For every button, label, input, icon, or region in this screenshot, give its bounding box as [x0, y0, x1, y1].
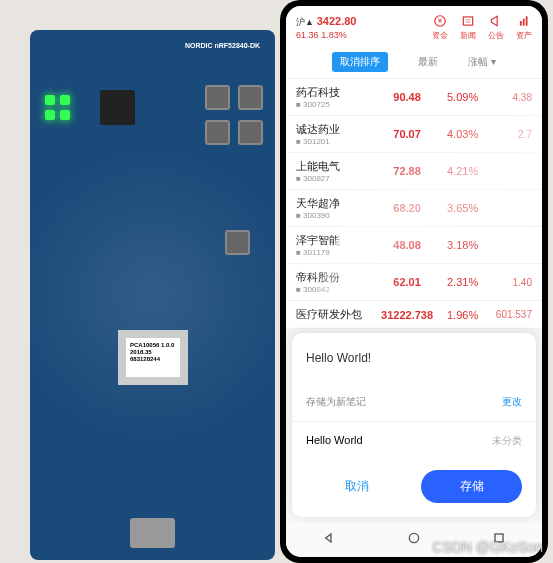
stock-row[interactable]: 泽宇智能■ 30117948.083.18% [286, 227, 542, 264]
board-button-1[interactable] [205, 85, 230, 110]
save-note-popup: Hello World! 存储为新笔记 更改 Hello World 未分类 取… [292, 333, 536, 517]
board-button-2[interactable] [238, 85, 263, 110]
announce-icon[interactable]: 公告 [488, 14, 504, 41]
cancel-button[interactable]: 取消 [306, 470, 407, 503]
note-category[interactable]: 未分类 [492, 434, 522, 448]
nav-back-icon[interactable] [321, 530, 337, 550]
note-name[interactable]: Hello World [306, 434, 363, 448]
phone-screen: 沪▲ 3422.80 61.36 1.83% ¥资金 新闻 公告 资产 取消排序… [286, 6, 542, 557]
funds-icon[interactable]: ¥资金 [432, 14, 448, 41]
save-as-label: 存储为新笔记 [306, 395, 366, 409]
led-2 [60, 95, 70, 105]
stock-row[interactable]: 上能电气■ 30082772.884.21% [286, 153, 542, 190]
tab-change[interactable]: 涨幅 ▾ [468, 52, 496, 72]
news-icon[interactable]: 新闻 [460, 14, 476, 41]
cancel-sort-button[interactable]: 取消排序 [332, 52, 388, 72]
assets-icon[interactable]: 资产 [516, 14, 532, 41]
svg-point-8 [409, 533, 418, 542]
led-3 [45, 110, 55, 120]
stock-row[interactable]: 天华超净■ 30039068.203.65% [286, 190, 542, 227]
led-4 [60, 110, 70, 120]
mcu-chip [100, 90, 135, 125]
svg-rect-5 [520, 21, 522, 26]
tab-latest[interactable]: 最新 [418, 52, 438, 72]
index-name: 沪▲ 3422.80 [296, 15, 356, 29]
market-index[interactable]: 沪▲ 3422.80 61.36 1.83% [296, 15, 356, 40]
svg-rect-7 [526, 16, 528, 25]
popup-title: Hello World! [292, 333, 536, 383]
svg-text:¥: ¥ [438, 17, 442, 24]
dev-board: NORDIC nRF52840-DK PCA10056 1.0.0 2018.3… [30, 30, 275, 560]
stock-row[interactable]: 诚达药业■ 30120170.074.03%2.7 [286, 116, 542, 153]
svg-rect-2 [463, 17, 472, 25]
board-button-4[interactable] [238, 120, 263, 145]
nav-home-icon[interactable] [406, 530, 422, 550]
change-link[interactable]: 更改 [502, 395, 522, 409]
save-button[interactable]: 存储 [421, 470, 522, 503]
board-button-5[interactable] [225, 230, 250, 255]
led-1 [45, 95, 55, 105]
svg-rect-6 [523, 19, 525, 26]
board-button-3[interactable] [205, 120, 230, 145]
tab-row: 取消排序 最新 涨幅 ▾ [286, 46, 542, 79]
top-bar: 沪▲ 3422.80 61.36 1.83% ¥资金 新闻 公告 资产 [286, 6, 542, 46]
stock-row[interactable]: 医疗研发外包31222.7381.96%601.537 [286, 301, 542, 329]
chip-label: PCA10056 1.0.0 2018.35 683128244 [118, 330, 188, 385]
phone-device: 沪▲ 3422.80 61.36 1.83% ¥资金 新闻 公告 资产 取消排序… [280, 0, 548, 563]
stock-row[interactable]: 药石科技■ 30072590.485.09%4.38 [286, 79, 542, 116]
stock-list: 药石科技■ 30072590.485.09%4.38 诚达药业■ 3012017… [286, 79, 542, 329]
stock-row[interactable]: 帝科股份■ 30084262.012.31%1.40 [286, 264, 542, 301]
usb-port [130, 518, 175, 548]
watermark: CSDN @GKoSon [432, 539, 543, 555]
board-brand: NORDIC nRF52840-DK [185, 42, 260, 49]
